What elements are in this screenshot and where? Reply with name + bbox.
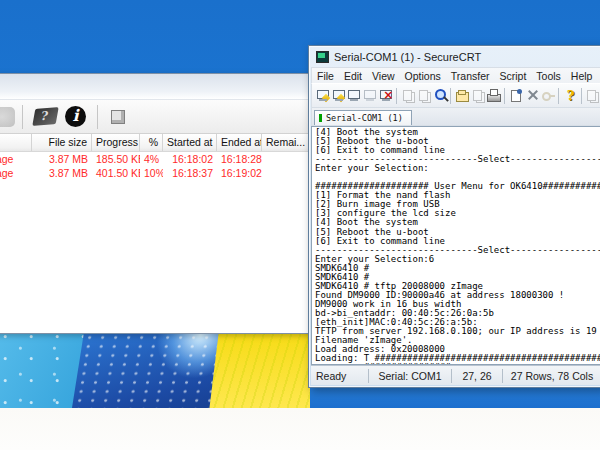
- menu-options[interactable]: Options: [400, 70, 446, 82]
- tab-serial-com1[interactable]: Serial-COM1 (1): [314, 110, 412, 125]
- toolbar: ×: [311, 83, 600, 108]
- tray-icon[interactable]: [111, 110, 125, 124]
- window-title: Serial-COM1 (1) - SecureCRT: [334, 51, 481, 63]
- tab-label: Serial-COM1 (1): [326, 113, 403, 123]
- status-bar: Ready Serial: COM1 27, 26 27 Rows, 78 Co…: [311, 365, 600, 385]
- new-folder-icon[interactable]: [455, 88, 469, 103]
- col-header-percent[interactable]: %: [140, 134, 163, 151]
- tftp-toolbar: [0, 100, 317, 134]
- connect-icon[interactable]: [316, 88, 330, 103]
- find-icon[interactable]: [433, 88, 447, 103]
- cell-started-at: 16:18:37: [163, 166, 217, 180]
- toolbar-separator: [558, 88, 559, 104]
- status-connection: Serial: COM1: [368, 369, 451, 383]
- table-row[interactable]: zImage 3.87 MB 185.50 KB 4% 16:18:02 16:…: [0, 152, 317, 166]
- toolbar-separator: [22, 105, 23, 129]
- connect-in-tab-icon[interactable]: [347, 88, 361, 103]
- cell-ended-at: 16:18:28: [217, 152, 262, 166]
- menu-transfer[interactable]: Transfer: [446, 70, 495, 82]
- cell-ended-at: 16:19:02: [217, 166, 262, 180]
- clone-session-icon[interactable]: [471, 88, 485, 103]
- menu-help[interactable]: Help: [566, 70, 598, 82]
- securecrt-window: Serial-COM1 (1) - SecureCRT File Edit Vi…: [308, 45, 600, 388]
- help-icon[interactable]: [563, 88, 577, 103]
- col-header-started-at[interactable]: Started at: [163, 134, 217, 151]
- menu-view[interactable]: View: [367, 70, 400, 82]
- tftp-transfer-window: File size Progress % Started at Ended at…: [0, 73, 318, 334]
- desktop-bottom-band: [0, 408, 600, 450]
- terminal-area[interactable]: [4] Boot the system [5] Reboot the u-boo…: [311, 126, 600, 365]
- status-terminal-size: 27 Rows, 78 Cols: [502, 369, 600, 383]
- securecrt-app-icon: [316, 51, 329, 63]
- cell-progress: 185.50 KB: [92, 152, 140, 166]
- global-options-icon[interactable]: [525, 88, 539, 103]
- menu-bar: File Edit View Options Transfer Script T…: [311, 67, 600, 83]
- cell-percent: 10%: [140, 166, 163, 180]
- col-header-file-size[interactable]: File size: [32, 134, 92, 151]
- tftp-window-titlebar[interactable]: [0, 74, 317, 100]
- cell-percent: 4%: [140, 152, 163, 166]
- about-icon[interactable]: [65, 106, 86, 127]
- copy-icon[interactable]: [401, 88, 415, 103]
- clipboard-icon[interactable]: [585, 88, 599, 103]
- session-options-icon[interactable]: [509, 88, 523, 103]
- cell-name: zImage: [0, 152, 32, 166]
- menu-script[interactable]: Script: [495, 70, 532, 82]
- transfer-table: File size Progress % Started at Ended at…: [0, 134, 317, 180]
- menu-tools[interactable]: Tools: [531, 70, 566, 82]
- cell-started-at: 16:18:02: [163, 152, 217, 166]
- menu-file[interactable]: File: [312, 70, 339, 82]
- toolbar-separator: [581, 88, 582, 104]
- toolbar-separator: [97, 105, 98, 129]
- reconnect-icon[interactable]: [363, 88, 377, 103]
- col-header-ended-at[interactable]: Ended at: [217, 134, 262, 151]
- connected-indicator-icon: [319, 114, 322, 122]
- status-cursor-position: 27, 26: [451, 369, 502, 383]
- cell-name: zImage: [0, 166, 32, 180]
- help-book-icon[interactable]: [32, 107, 58, 126]
- print-icon[interactable]: [486, 88, 500, 103]
- keymap-icon[interactable]: [540, 88, 554, 103]
- tab-bar: Serial-COM1 (1): [311, 108, 600, 126]
- col-header-name[interactable]: [0, 134, 32, 151]
- menu-edit[interactable]: Edit: [339, 70, 367, 82]
- disconnect-icon[interactable]: ×: [379, 88, 393, 103]
- col-header-progress[interactable]: Progress: [92, 134, 140, 151]
- transfer-icon[interactable]: [0, 107, 15, 127]
- paste-icon[interactable]: [417, 88, 431, 103]
- toolbar-separator: [450, 88, 451, 104]
- cell-file-size: 3.87 MB: [32, 166, 92, 180]
- cell-file-size: 3.87 MB: [32, 152, 92, 166]
- toolbar-separator: [504, 88, 505, 104]
- toolbar-separator: [396, 88, 397, 104]
- quick-connect-icon[interactable]: [332, 88, 346, 103]
- terminal-line: Enter your Selection:: [315, 164, 600, 173]
- transfer-table-header: File size Progress % Started at Ended at…: [0, 134, 317, 152]
- cell-progress: 401.50 KB: [92, 166, 140, 180]
- table-row[interactable]: zImage 3.87 MB 401.50 KB 10% 16:18:37 16…: [0, 166, 317, 180]
- status-ready: Ready: [311, 370, 368, 382]
- securecrt-titlebar[interactable]: Serial-COM1 (1) - SecureCRT: [311, 46, 600, 67]
